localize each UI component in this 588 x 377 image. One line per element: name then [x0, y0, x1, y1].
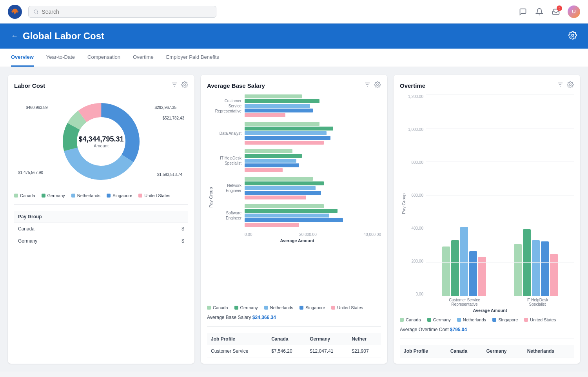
overtime-icons: [557, 81, 574, 90]
nav-icons: 3 U: [518, 5, 580, 18]
filter-icon[interactable]: [171, 81, 178, 90]
legend-dot-germany: [42, 194, 45, 198]
td-cs-nether: $21,907: [348, 345, 381, 357]
search-bar[interactable]: [28, 6, 216, 18]
hbar-group-it: IT HelpDeskSpecialist: [213, 149, 381, 172]
vbar-group-csr: [434, 227, 494, 296]
x-axis: 0.00 20,000.00 40,000.00 Average Amount: [213, 231, 381, 243]
table-row: Germany $: [14, 235, 188, 247]
hbar: [245, 186, 316, 190]
hbar: [245, 181, 324, 185]
hbar: [245, 127, 333, 130]
hbar: [245, 163, 299, 167]
top-nav: 3 U: [0, 0, 588, 24]
th-canada-ot: Canada: [446, 345, 483, 357]
dot: [457, 318, 461, 322]
overtime-card: Overtime Pay Group 0.00 200.00: [394, 75, 580, 364]
svg-point-0: [34, 9, 38, 13]
hbar: [245, 122, 319, 126]
legend-dot-netherlands: [71, 194, 75, 198]
settings-icon-salary[interactable]: [374, 81, 381, 90]
labor-cost-card: Labor Cost: [8, 75, 194, 364]
legend-netherlands: Netherlands: [71, 193, 100, 198]
tab-year-to-date[interactable]: Year-to-Date: [46, 49, 75, 67]
avg-salary-icons: [364, 81, 381, 90]
hbar: [245, 177, 313, 181]
segment-label-nl: $1,593,513.74: [157, 172, 182, 177]
search-input[interactable]: [42, 9, 211, 15]
vbar: [460, 227, 468, 296]
legend-singapore: Singapore: [107, 193, 132, 198]
segment-label-germany: $521,782.43: [162, 116, 184, 120]
vbar: [532, 240, 540, 296]
filter-icon-salary[interactable]: [364, 81, 371, 90]
vbar: [469, 251, 477, 296]
settings-icon-card[interactable]: [181, 81, 188, 90]
tabs-bar: Overview Year-to-Date Compensation Overt…: [0, 49, 588, 67]
legend-overtime: Canada Germany Netherlands Singapore Uni…: [400, 317, 574, 322]
legend-germany: Germany: [42, 193, 65, 198]
vbar-x-labels: Customer ServiceRepresentative IT HelpDe…: [406, 296, 574, 306]
divider2: [207, 326, 381, 327]
tab-overtime[interactable]: Overtime: [133, 49, 154, 67]
legend-dot-us: [138, 194, 142, 198]
divider: [14, 204, 188, 205]
dot: [299, 306, 303, 310]
hbar-chart-container: Pay Group Customer ServiceRepresentative: [207, 94, 381, 301]
chat-icon[interactable]: [518, 7, 528, 16]
inbox-icon[interactable]: 3: [551, 7, 561, 16]
avg-salary-stat: Average Base Salary $24,366.34: [207, 315, 381, 320]
table-row: Customer Service $7,546.20 $12,047.41 $2…: [207, 345, 381, 357]
settings-icon-overtime[interactable]: [567, 81, 574, 90]
dot: [400, 318, 404, 322]
filter-icon-overtime[interactable]: [557, 81, 564, 90]
segment-label-canada: $292,967.35: [154, 105, 176, 110]
svg-point-19: [570, 84, 572, 86]
avg-salary-header: Average Base Salary: [207, 81, 381, 90]
hbar: [245, 149, 292, 153]
y-axis-label-salary: Pay Group: [207, 94, 213, 301]
legend-canada: Canada: [14, 193, 35, 198]
td-canada[interactable]: Canada: [14, 223, 145, 235]
y-axis-label-overtime: Pay Group: [400, 94, 406, 313]
avg-base-salary-card: Average Base Salary Pay Group Customer S…: [201, 75, 387, 364]
hbar-chart-inner: Customer ServiceRepresentative Data Anal…: [213, 94, 381, 301]
tab-overview[interactable]: Overview: [11, 49, 34, 67]
avg-salary-value: $24,366.34: [252, 315, 276, 320]
user-avatar[interactable]: U: [568, 5, 580, 18]
labor-cost-table: Pay Group Canada $ Germany $: [14, 211, 188, 247]
hbar: [245, 99, 319, 103]
grid-line: [426, 229, 574, 229]
hbar: [245, 113, 285, 117]
tab-compensation[interactable]: Compensation: [87, 49, 120, 67]
td-cs-germany: $12,047.41: [306, 345, 348, 357]
tab-employer-paid-benefits[interactable]: Employer Paid Benefits: [166, 49, 219, 67]
hbar: [245, 223, 299, 227]
dot: [264, 306, 268, 310]
th-canada: Canada: [267, 333, 306, 345]
legend-us: United States: [138, 193, 170, 198]
svg-point-1: [572, 34, 574, 36]
hbar: [245, 104, 310, 108]
td-germany-val: $: [145, 235, 188, 247]
segment-label-us: $1,475,567.90: [18, 170, 43, 175]
vbar-x-label-it: IT HelpDeskSpecialist: [501, 298, 574, 306]
bell-icon[interactable]: [535, 7, 544, 16]
td-cs-canada: $7,546.20: [267, 345, 306, 357]
th-job-profile-ot: Job Profile: [400, 345, 446, 357]
y-axis-labels: 0.00 200.00 400.00 600.00 800.00 1,000.0…: [406, 94, 426, 296]
hbar: [245, 136, 330, 140]
vbar-chart-wrapper: Pay Group 0.00 200.00 400.00 600.00 800.…: [400, 94, 574, 313]
dot: [427, 318, 431, 322]
hbar-group-ne: NetworkEngineer: [213, 177, 381, 199]
hbar: [245, 154, 302, 158]
td-cs[interactable]: Customer Service: [207, 345, 267, 357]
vbar-plot: [426, 94, 574, 296]
segment-label-singapore: $460,963.89: [26, 105, 48, 110]
vbar: [451, 240, 459, 296]
settings-icon[interactable]: [568, 31, 577, 42]
td-germany[interactable]: Germany: [14, 235, 145, 247]
hbar: [245, 204, 324, 208]
back-button[interactable]: ←: [11, 32, 18, 40]
vbar: [442, 246, 450, 296]
